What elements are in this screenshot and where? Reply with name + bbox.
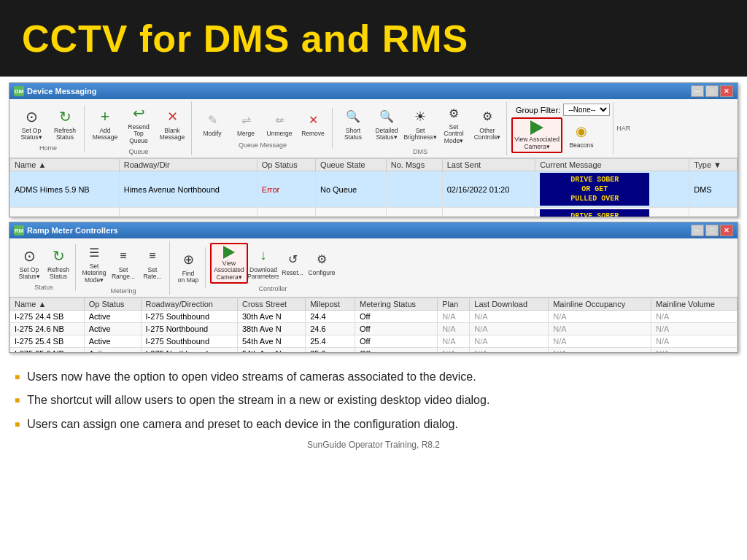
modify-label: Modify [203, 131, 221, 137]
dm-maximize-btn[interactable]: □ [705, 85, 719, 97]
unmerge-label: Unmerge [267, 131, 293, 137]
dm-col-roadway[interactable]: Roadway/Dir [119, 159, 257, 171]
configure-btn[interactable]: ⚙ Configure [308, 247, 336, 279]
set-range-btn[interactable]: ≡ SetRange... [109, 244, 137, 283]
ramp-table-row[interactable]: I-275 25.6 NB Active I-275 Northbound 54… [10, 348, 738, 353]
dm-window-controls[interactable]: ─ □ ✕ [691, 85, 733, 97]
ramp-col-cross[interactable]: Cross Street [237, 298, 305, 311]
ramp-refresh-icon: ↻ [48, 246, 69, 265]
dm-minimize-btn[interactable]: ─ [691, 85, 704, 97]
ramp-table-row[interactable]: I-275 24.4 SB Active I-275 Southbound 30… [10, 311, 738, 323]
ramp-col-mainvol[interactable]: Mainline Volume [651, 298, 738, 311]
find-map-icon: ⊕ [178, 250, 198, 269]
ramp-r2-name: I-275 24.6 NB [10, 323, 85, 335]
dm-row1-queuestate: No Queue [315, 171, 386, 208]
ramp-set-op-status-btn[interactable]: ⊙ Set OpStatus▾ [15, 244, 43, 283]
ramp-table: Name ▲ Op Status Roadway/Direction Cross… [9, 298, 738, 352]
bullet-1: ■ Users now have the option to open vide… [15, 369, 732, 385]
ramp-camera-label: View AssociatedCamera▾ [213, 260, 245, 281]
set-metering-mode-btn[interactable]: ☰ Set MeteringMode▾ [80, 241, 108, 286]
find-on-map-btn[interactable]: ⊕ Findon Map [174, 248, 202, 287]
remove-btn[interactable]: ✕ Remove [297, 108, 329, 140]
ramp-maximize-btn[interactable]: □ [705, 225, 719, 236]
dm-col-nomsgs[interactable]: No. Msgs [386, 159, 442, 171]
ramp-refresh-btn[interactable]: ↻ RefreshStatus [44, 244, 72, 283]
ramp-col-roadway[interactable]: Roadway/Direction [141, 298, 237, 311]
beacons-btn[interactable]: ◉ Beacons [565, 120, 597, 152]
short-status-btn[interactable]: 🔍 ShortStatus [337, 105, 369, 144]
other-controls-btn[interactable]: ⚙ OtherControls▾ [471, 105, 503, 144]
ramp-col-plan[interactable]: Plan [438, 298, 470, 311]
dm-table-row[interactable]: ADMS Himes 6.3 SB Himes Avenue Southboun… [10, 208, 738, 217]
dm-window-icon: DM [14, 86, 24, 96]
dm-col-type[interactable]: Type ▼ [689, 159, 738, 171]
ramp-r3-mile: 25.4 [306, 335, 355, 348]
detailed-status-btn[interactable]: 🔍 DetailedStatus▾ [371, 105, 403, 144]
view-associated-camera-btn[interactable]: View AssociatedCamera▾ [511, 117, 562, 153]
ramp-close-btn[interactable]: ✕ [720, 225, 733, 236]
ramp-col-name[interactable]: Name ▲ [10, 298, 85, 311]
short-status-label: ShortStatus [344, 128, 362, 141]
ramp-set-op-label: Set OpStatus▾ [18, 267, 39, 281]
merge-icon: ⇌ [236, 110, 256, 129]
ramp-meter-titlebar: RM Ramp Meter Controllers ─ □ ✕ [9, 222, 738, 238]
dm-qmsg-label: Queue Message [239, 141, 287, 149]
dm-home-label: Home [39, 144, 57, 152]
dm-col-name[interactable]: Name ▲ [10, 159, 120, 171]
add-message-label: AddMessage [93, 128, 118, 141]
group-filter-area: Group Filter: --None-- [516, 104, 610, 116]
add-message-btn[interactable]: + AddMessage [89, 105, 121, 144]
resend-label: Resend TopQueue [125, 124, 152, 144]
set-control-mode-btn[interactable]: ⚙ Set ControlMode▾ [438, 101, 470, 147]
group-filter-select[interactable]: --None-- [563, 104, 610, 116]
dm-toolbar: ⊙ Set OpStatus▾ ↻ RefreshStatus Home + A… [9, 99, 738, 158]
modify-btn[interactable]: ✎ Modify [196, 108, 228, 140]
resend-top-queue-btn[interactable]: ↩ Resend TopQueue [123, 101, 155, 147]
download-params-btn[interactable]: ↓ DownloadParameters [249, 244, 277, 283]
other-controls-label: OtherControls▾ [474, 128, 501, 141]
content-area: DM Device Messaging ─ □ ✕ ⊙ Set OpStatus… [0, 77, 747, 362]
set-brightness-btn[interactable]: ☀ SetBrightness▾ [404, 105, 436, 144]
ramp-col-metering[interactable]: Metering Status [355, 298, 438, 311]
dm-row1-nomsgs [386, 171, 442, 208]
ramp-view-camera-btn[interactable]: View AssociatedCamera▾ [210, 243, 248, 284]
dm-col-currentmsg[interactable]: Current Message [535, 159, 689, 171]
footer-text: SunGuide Operator Training, R8.2 [15, 440, 732, 450]
ramp-table-row[interactable]: I-275 24.6 NB Active I-275 Northbound 38… [10, 323, 738, 335]
ramp-col-milepost[interactable]: Milepost [306, 298, 355, 311]
dm-row2-type: DMS [689, 208, 738, 217]
ramp-table-container: Name ▲ Op Status Roadway/Direction Cross… [9, 298, 738, 352]
ramp-col-opstatus[interactable]: Op Status [84, 298, 141, 311]
ramp-col-lastdl[interactable]: Last Download [470, 298, 549, 311]
remove-label: Remove [301, 131, 325, 137]
ramp-window-controls[interactable]: ─ □ ✕ [691, 225, 733, 236]
bullet-3: ■ Users can assign one camera and preset… [15, 416, 732, 432]
ramp-minimize-btn[interactable]: ─ [691, 225, 704, 236]
dm-col-queuestate[interactable]: Queue State [315, 159, 386, 171]
view-camera-play-icon [530, 120, 543, 135]
blank-message-btn[interactable]: ✕ BlankMessage [156, 105, 188, 144]
dm-col-lastsent[interactable]: Last Sent [442, 159, 535, 171]
dm-toolbar-qmsg-group: ✎ Modify ⇌ Merge ⇍ Unmerge ✕ Remove [193, 108, 333, 149]
set-op-status-btn[interactable]: ⊙ Set OpStatus▾ [15, 105, 47, 144]
ramp-col-mainocc[interactable]: Mainline Occupancy [549, 298, 651, 311]
ramp-meter-window: RM Ramp Meter Controllers ─ □ ✕ ⊙ Set Op… [9, 222, 738, 353]
merge-btn[interactable]: ⇌ Merge [230, 108, 262, 140]
refresh-status-btn[interactable]: ↻ RefreshStatus [49, 105, 81, 144]
ramp-r4-mile: 25.6 [306, 348, 355, 353]
ramp-table-row[interactable]: I-275 25.4 SB Active I-275 Southbound 54… [10, 335, 738, 348]
ramp-r1-roadway: I-275 Southbound [141, 311, 237, 323]
bullet-1-icon: ■ [15, 371, 20, 384]
metering-mode-icon: ☰ [84, 243, 104, 262]
dm-row1-name: ADMS Himes 5.9 NB [10, 171, 120, 208]
ramp-status-label: Status [34, 284, 53, 291]
reset-btn[interactable]: ↺ Reset... [279, 247, 306, 279]
dm-col-opstatus[interactable]: Op Status [257, 159, 315, 171]
dm-table-row[interactable]: ADMS Himes 5.9 NB Himes Avenue Northboun… [10, 171, 738, 208]
unmerge-btn[interactable]: ⇍ Unmerge [263, 108, 295, 140]
dm-close-btn[interactable]: ✕ [720, 85, 733, 97]
reset-icon: ↺ [282, 249, 303, 268]
set-rate-btn[interactable]: ≡ SetRate... [139, 244, 166, 283]
dm-row2-name: ADMS Himes 6.3 SB [10, 208, 120, 217]
dm-toolbar-dms-group: 🔍 ShortStatus 🔍 DetailedStatus▾ ☀ SetBri… [334, 101, 507, 155]
